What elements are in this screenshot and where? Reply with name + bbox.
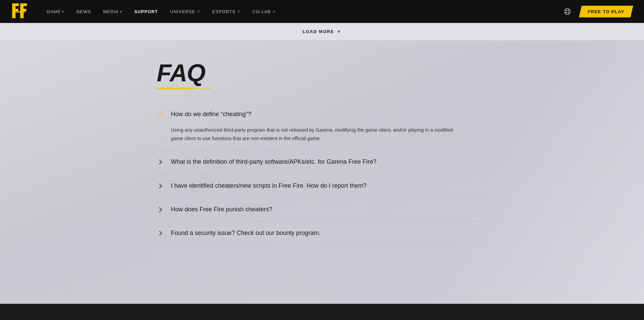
faq-item-3: I have identified cheaters/new scripts i… (157, 174, 487, 198)
nav-item-colab[interactable]: CO-LAB ↗ (248, 6, 280, 17)
navbar-right: FREE TO PLAY (561, 5, 633, 18)
svg-point-4 (566, 8, 569, 15)
faq-item-5: Found a security issue? Check out our bo… (157, 221, 487, 245)
free-to-play-button[interactable]: FREE TO PLAY (579, 6, 633, 18)
faq-item-1: How do we define “cheating”? Using any u… (157, 103, 487, 150)
faq-item-header-4[interactable]: How does Free Fire punish cheaters? (157, 198, 487, 221)
logo[interactable] (11, 2, 28, 21)
faq-expand-icon-4 (157, 206, 164, 213)
chevron-right-icon (158, 230, 164, 236)
faq-expand-icon-3 (157, 182, 164, 190)
nav-item-game[interactable]: GAME ▾ (42, 6, 69, 17)
svg-point-3 (564, 8, 570, 15)
chevron-right-icon (158, 183, 164, 189)
faq-underline (157, 88, 487, 89)
faq-expand-icon-2 (157, 158, 164, 166)
underline-hatch (194, 88, 211, 89)
nav-item-esports[interactable]: ESPORTS ↗ (207, 6, 245, 17)
faq-question-5: Found a security issue? Check out our bo… (171, 229, 320, 237)
nav-item-media[interactable]: MEDIA ▾ (99, 6, 127, 17)
faq-item-header-3[interactable]: I have identified cheaters/new scripts i… (157, 174, 487, 197)
faq-item-header-5[interactable]: Found a security issue? Check out our bo… (157, 221, 487, 245)
chevron-down-icon: ▾ (62, 10, 64, 14)
faq-question-3: I have identified cheaters/new scripts i… (171, 182, 367, 190)
underline-solid (157, 88, 194, 89)
load-more-bar: LOAD MORE ▼ (0, 23, 644, 41)
nav-menu: GAME ▾ NEWS MEDIA ▾ SUPPORT UNIVERSE ↗ E… (42, 6, 561, 17)
nav-item-news[interactable]: NEWS (72, 6, 96, 17)
faq-item-4: How does Free Fire punish cheaters? (157, 198, 487, 221)
chevron-down-icon (158, 111, 164, 117)
language-button[interactable] (561, 5, 573, 18)
faq-expand-icon-5 (157, 230, 164, 237)
logo-icon (11, 2, 28, 20)
faq-expand-icon-1 (157, 111, 164, 118)
external-link-icon: ↗ (237, 9, 240, 14)
faq-list: How do we define “cheating”? Using any u… (157, 103, 487, 245)
faq-item-header-2[interactable]: What is the definition of third-party so… (157, 150, 487, 174)
faq-question-1: How do we define “cheating”? (171, 110, 251, 118)
faq-title: FAQ (157, 61, 487, 85)
faq-answer-1: Using any unauthorized third-party progr… (157, 126, 460, 150)
chevron-right-icon (158, 207, 164, 213)
faq-item-header-1[interactable]: How do we define “cheating”? (157, 103, 487, 126)
faq-item-2: What is the definition of third-party so… (157, 150, 487, 174)
faq-question-2: What is the definition of third-party so… (171, 158, 376, 166)
svg-marker-2 (14, 11, 25, 13)
content-wrapper: FAQ How do we define “cheating”? Using (137, 61, 508, 245)
chevron-right-icon (158, 159, 164, 165)
faq-question-4: How does Free Fire punish cheaters? (171, 205, 272, 214)
main-content: FAQ How do we define “cheating”? Using (0, 41, 644, 320)
chevron-down-icon: ▼ (337, 29, 341, 34)
faq-title-block: FAQ (157, 61, 487, 89)
footer (0, 304, 644, 320)
load-more-button[interactable]: LOAD MORE ▼ (303, 29, 341, 34)
navbar: GAME ▾ NEWS MEDIA ▾ SUPPORT UNIVERSE ↗ E… (0, 0, 644, 23)
nav-item-support[interactable]: SUPPORT (130, 6, 163, 17)
chevron-down-icon: ▾ (120, 10, 122, 14)
nav-item-universe[interactable]: UNIVERSE ↗ (165, 6, 205, 17)
globe-icon (563, 7, 571, 16)
external-link-icon: ↗ (272, 9, 276, 14)
external-link-icon: ↗ (197, 9, 200, 14)
